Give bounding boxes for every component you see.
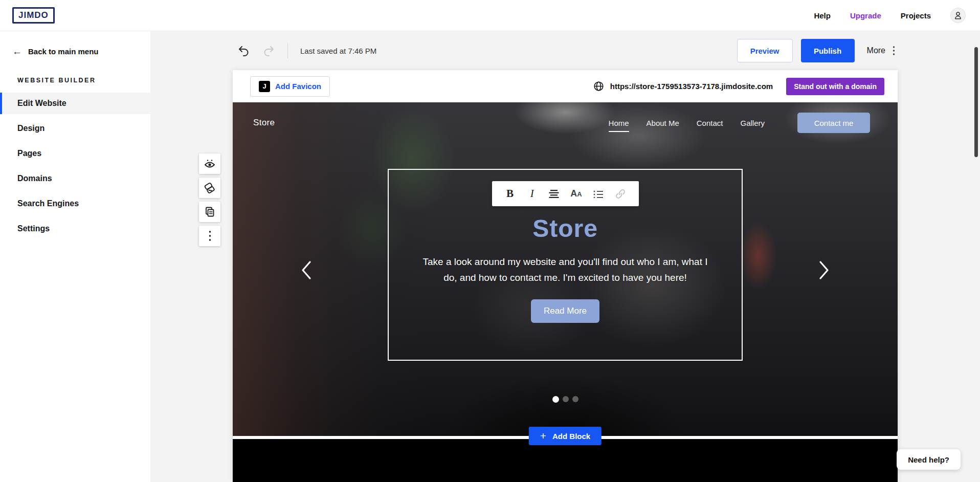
jimdo-editor: JIMDO Help Upgrade Projects ← Back to ma… (0, 0, 980, 482)
more-menu[interactable]: More (867, 46, 895, 56)
read-more-button[interactable]: Read More (531, 299, 599, 323)
align-button[interactable] (546, 186, 562, 202)
link-icon (614, 188, 627, 200)
nav-link-contact[interactable]: Contact (697, 119, 723, 127)
carousel-next-button[interactable] (815, 260, 833, 278)
sidebar-item-design[interactable]: Design (0, 118, 150, 139)
plus-icon: + (540, 430, 546, 441)
toggle-visibility-button[interactable] (199, 154, 220, 174)
sidebar-item-pages[interactable]: Pages (0, 143, 150, 164)
nav-link-about-me[interactable]: About Me (647, 119, 679, 127)
style-swatch-icon (204, 182, 216, 194)
publish-button[interactable]: Publish (801, 39, 855, 62)
sidebar-item-edit-website[interactable]: Edit Website (0, 93, 150, 114)
bold-button[interactable]: B (502, 186, 518, 202)
redo-button[interactable] (263, 45, 275, 57)
selected-block-frame[interactable]: B I AA (388, 169, 743, 361)
sidebar-section-title: WEBSITE BUILDER (0, 56, 150, 89)
editor-toolbar: Last saved at 7:46 PM Preview Publish Mo… (150, 31, 980, 70)
favicon-placeholder-icon: J (259, 81, 270, 92)
preview-button[interactable]: Preview (737, 39, 793, 62)
sidebar-item-domains[interactable]: Domains (0, 168, 150, 189)
link-button[interactable] (613, 186, 628, 202)
last-saved-status: Last saved at 7:46 PM (300, 47, 376, 55)
help-link[interactable]: Help (814, 11, 831, 20)
jimdo-logo[interactable]: JIMDO (12, 7, 55, 24)
site-url[interactable]: https://store-1759513573-7178.jimdosite.… (610, 82, 773, 91)
font-icon: AA (570, 188, 582, 199)
block-tool-column (199, 154, 220, 246)
about-me-section[interactable]: About Me (233, 439, 898, 482)
copy-icon (204, 206, 216, 218)
hero-text[interactable]: Take a look around my website and you'll… (416, 254, 715, 286)
app-header: JIMDO Help Upgrade Projects (0, 0, 980, 31)
favicon-url-bar: J Add Favicon https://store-1759513573-7… (233, 70, 898, 102)
site-navbar: Store Home About Me Contact Gallery Cont… (233, 113, 898, 133)
align-center-icon (549, 189, 559, 199)
contact-me-button[interactable]: Contact me (797, 113, 870, 133)
back-to-main-menu[interactable]: ← Back to main menu (0, 31, 150, 56)
undo-icon (237, 45, 250, 57)
sidebar-item-search-engines[interactable]: Search Engines (0, 193, 150, 214)
page-scrollbar[interactable] (974, 47, 978, 157)
undo-button[interactable] (237, 45, 250, 57)
hero-section[interactable]: Store Home About Me Contact Gallery Cont… (233, 102, 898, 436)
italic-button[interactable]: I (524, 186, 540, 202)
about-me-title: About Me (511, 479, 619, 482)
italic-icon: I (530, 187, 534, 200)
add-favicon-button[interactable]: J Add Favicon (250, 76, 330, 97)
back-arrow-icon: ← (12, 47, 22, 56)
kebab-menu-icon (209, 230, 211, 242)
nav-link-home[interactable]: Home (609, 119, 629, 127)
block-style-button[interactable] (199, 178, 220, 198)
chevron-left-icon (299, 260, 314, 280)
globe-icon (593, 81, 604, 92)
stand-out-domain-button[interactable]: Stand out with a domain (786, 78, 884, 95)
hero-title[interactable]: Store (532, 214, 598, 243)
site-brand[interactable]: Store (253, 118, 275, 128)
add-favicon-label: Add Favicon (275, 82, 321, 91)
toolbar-divider (287, 43, 288, 58)
duplicate-block-button[interactable] (199, 202, 220, 222)
block-more-options-button[interactable] (199, 226, 220, 246)
add-block-label: Add Block (552, 432, 590, 441)
need-help-button[interactable]: Need help? (897, 449, 961, 470)
list-button[interactable] (591, 186, 606, 202)
kebab-menu-icon (893, 46, 895, 56)
font-style-button[interactable]: AA (569, 186, 584, 202)
editor-main: Last saved at 7:46 PM Preview Publish Mo… (150, 31, 980, 482)
add-block-button[interactable]: + Add Block (529, 427, 602, 445)
more-label: More (867, 46, 885, 55)
projects-link[interactable]: Projects (901, 11, 931, 20)
upgrade-link[interactable]: Upgrade (850, 11, 881, 20)
eye-icon (204, 158, 216, 170)
user-icon (953, 11, 963, 20)
carousel-prev-button[interactable] (297, 260, 316, 278)
carousel-dot-2[interactable] (563, 396, 569, 402)
sidebar-item-settings[interactable]: Settings (0, 218, 150, 239)
sidebar: ← Back to main menu WEBSITE BUILDER Edit… (0, 31, 150, 482)
back-label: Back to main menu (28, 47, 99, 56)
text-format-toolbar: B I AA (492, 181, 639, 206)
nav-link-gallery[interactable]: Gallery (740, 119, 765, 127)
list-icon (593, 190, 604, 198)
account-avatar[interactable] (950, 8, 966, 23)
site-preview-canvas: J Add Favicon https://store-1759513573-7… (233, 70, 898, 482)
bold-icon: B (506, 187, 514, 200)
carousel-dot-1[interactable] (552, 396, 559, 403)
carousel-dots (233, 396, 898, 403)
redo-icon (263, 45, 275, 57)
chevron-right-icon (816, 260, 832, 280)
carousel-dot-3[interactable] (572, 396, 578, 402)
